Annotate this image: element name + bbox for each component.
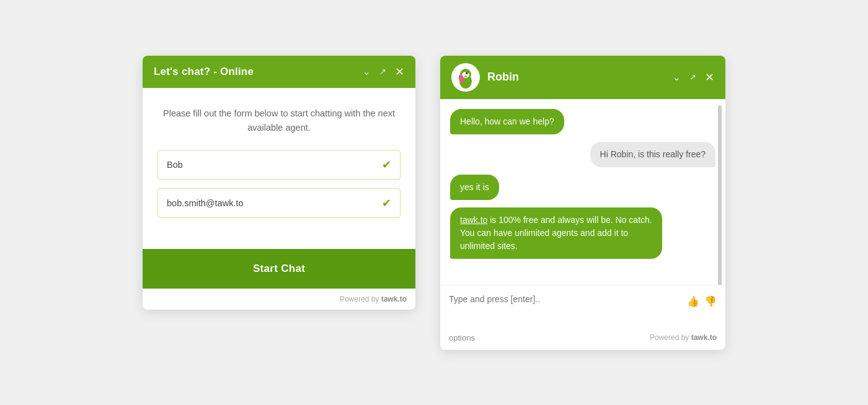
start-chat-button[interactable]: Start Chat [143, 249, 415, 289]
powered-by-prefix-left: Powered by [340, 295, 379, 303]
agent-name: Robin [487, 71, 519, 84]
chevron-down-icon[interactable]: ⌄ [363, 67, 371, 76]
email-field-container: ✔ [157, 188, 401, 218]
powered-by-right: Powered by tawk.to [650, 333, 717, 342]
message-1: Hello, how can we help? [450, 109, 715, 134]
left-widget-controls: ⌄ ↗ ✕ [363, 66, 404, 77]
bubble-agent-2: yes it is [450, 175, 499, 200]
right-widget-header: Robin ⌄ ↗ ✕ [440, 56, 725, 99]
chat-input-area: 👍 👎 [440, 285, 725, 328]
options-link[interactable]: options [449, 333, 475, 342]
left-widget-title: Let's chat? - Online [154, 66, 254, 78]
message-2: Hi Robin, is this really free? [450, 142, 715, 167]
name-field-container: ✔ [157, 150, 401, 180]
left-widget-body: Please fill out the form below to start … [143, 88, 415, 218]
bubble-text-3: yes it is [460, 182, 489, 192]
chat-input[interactable] [449, 294, 687, 304]
right-expand-icon[interactable]: ↗ [689, 73, 696, 81]
left-widget-footer: Start Chat Powered by tawk.to [143, 227, 415, 310]
powered-by-brand-left: tawk.to [381, 295, 407, 303]
right-close-icon[interactable]: ✕ [705, 72, 714, 83]
avatar-image [453, 65, 478, 90]
chat-messages: Hello, how can we help? Hi Robin, is thi… [440, 99, 725, 285]
bubble-agent-1: Hello, how can we help? [450, 109, 564, 134]
email-input[interactable] [167, 198, 382, 208]
bubble-agent-3: tawk.to is 100% free and always will be.… [450, 207, 662, 259]
agent-info: Robin [451, 63, 519, 92]
widgets-container: Let's chat? - Online ⌄ ↗ ✕ Please fill o… [143, 56, 725, 350]
email-check-icon: ✔ [382, 196, 391, 210]
message-3: yes it is [450, 175, 715, 200]
bubble-text-1: Hello, how can we help? [460, 116, 554, 126]
name-check-icon: ✔ [382, 158, 391, 172]
bubble-text-2: Hi Robin, is this really free? [600, 149, 706, 159]
chat-widget-footer: options Powered by tawk.to [440, 328, 725, 350]
svg-point-4 [464, 75, 467, 77]
name-input[interactable] [167, 160, 382, 170]
avatar [451, 63, 480, 92]
powered-by-left: Powered by tawk.to [143, 289, 415, 310]
svg-point-6 [467, 72, 467, 72]
right-widget-controls: ⌄ ↗ ✕ [673, 72, 714, 83]
powered-by-brand-right: tawk.to [691, 333, 717, 342]
right-chevron-down-icon[interactable]: ⌄ [673, 72, 681, 82]
thumbs-down-icon[interactable]: 👎 [704, 295, 717, 307]
expand-icon[interactable]: ↗ [379, 68, 386, 76]
thumbs-up-icon[interactable]: 👍 [687, 295, 699, 307]
tawkto-link[interactable]: tawk.to [460, 215, 487, 225]
bubble-text-4: is 100% free and always will be. No catc… [460, 215, 652, 251]
widget-description: Please fill out the form below to start … [157, 107, 401, 135]
right-widget: Robin ⌄ ↗ ✕ Hello, how can we help? Hi R… [440, 56, 725, 350]
message-4: tawk.to is 100% free and always will be.… [450, 207, 715, 259]
chat-input-icons: 👍 👎 [687, 294, 717, 307]
svg-point-5 [466, 72, 468, 74]
powered-by-prefix-right: Powered by [650, 333, 689, 342]
bubble-user-1: Hi Robin, is this really free? [590, 142, 715, 167]
left-widget-header: Let's chat? - Online ⌄ ↗ ✕ [143, 56, 415, 88]
close-icon[interactable]: ✕ [395, 66, 404, 77]
left-widget: Let's chat? - Online ⌄ ↗ ✕ Please fill o… [143, 56, 415, 310]
